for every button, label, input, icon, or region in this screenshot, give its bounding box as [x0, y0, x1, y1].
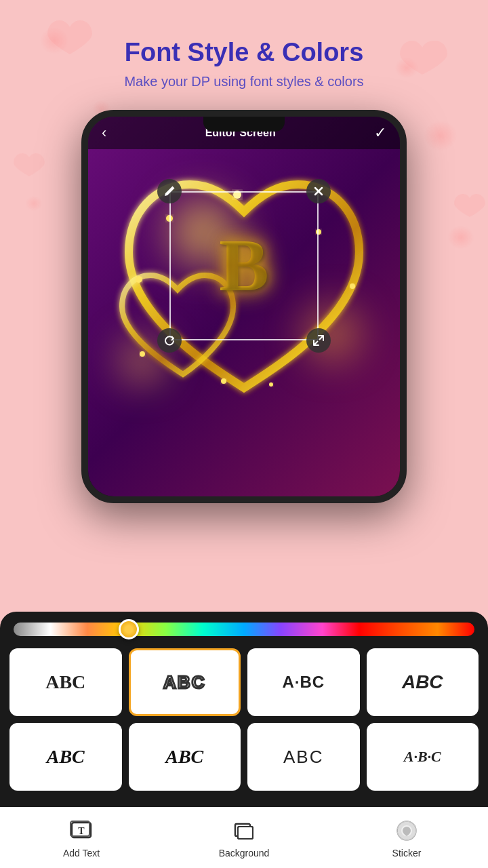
phone-screen: ‹ Editor Screen ✓: [88, 117, 400, 496]
svg-text:T: T: [78, 826, 85, 836]
font-preview-5: ABC: [165, 746, 203, 768]
handle-scale[interactable]: [306, 328, 331, 353]
color-slider-track[interactable]: [14, 623, 474, 636]
header-section: Font Style & Colors Make your DP using f…: [0, 0, 488, 103]
color-slider-section: [0, 612, 488, 644]
font-item-5[interactable]: ABC: [129, 723, 241, 791]
color-slider-thumb[interactable]: [119, 619, 139, 639]
back-button[interactable]: ‹: [102, 124, 106, 142]
svg-point-3: [350, 283, 355, 289]
font-item-3[interactable]: ABC: [367, 648, 479, 716]
add-text-icon: T: [68, 817, 95, 844]
handle-rotate[interactable]: [157, 328, 182, 353]
font-preview-6: ABC: [283, 747, 323, 768]
svg-point-5: [221, 378, 226, 384]
font-item-6[interactable]: ABC: [247, 723, 360, 791]
nav-label-background: Background: [219, 848, 270, 859]
nav-item-background[interactable]: Background: [163, 817, 325, 859]
svg-point-4: [136, 276, 142, 283]
text-element-b[interactable]: B: [169, 191, 319, 340]
handle-close[interactable]: [306, 179, 331, 203]
svg-point-7: [140, 351, 145, 357]
svg-line-11: [314, 341, 318, 344]
font-preview-7: A·B·C: [404, 748, 441, 766]
font-preview-4: ABC: [47, 746, 85, 768]
font-preview-3: ABC: [402, 671, 443, 693]
handle-edit[interactable]: [157, 179, 182, 203]
font-style-grid: ABC ABC A·BC ABC ABC ABC ABC A·B·C: [0, 644, 488, 800]
font-item-0[interactable]: ABC: [9, 648, 122, 716]
phone-notch: [203, 117, 285, 132]
font-item-4[interactable]: ABC: [9, 723, 122, 791]
nav-item-sticker[interactable]: Sticker: [325, 817, 488, 859]
bottom-panel: ABC ABC A·BC ABC ABC ABC ABC A·B·C: [0, 612, 488, 807]
text-letter: B: [219, 222, 268, 309]
font-item-7[interactable]: A·B·C: [367, 723, 479, 791]
nav-label-sticker: Sticker: [392, 848, 422, 859]
confirm-button[interactable]: ✓: [374, 124, 386, 142]
font-item-1[interactable]: ABC: [129, 648, 241, 716]
background-icon: [230, 817, 258, 844]
app-subtitle: Make your DP using font styles & colors: [0, 74, 488, 90]
bottom-navigation: T Add Text Background Sticker: [0, 807, 488, 868]
font-item-2[interactable]: A·BC: [247, 648, 360, 716]
sticker-icon: [393, 817, 420, 844]
svg-rect-16: [238, 827, 253, 839]
nav-label-add-text: Add Text: [63, 848, 100, 859]
font-preview-1: ABC: [163, 672, 205, 693]
font-preview-2: A·BC: [282, 673, 325, 692]
app-title: Font Style & Colors: [0, 37, 488, 68]
phone-mockup: ‹ Editor Screen ✓: [0, 110, 488, 503]
svg-point-6: [269, 382, 273, 387]
nav-item-add-text[interactable]: T Add Text: [0, 817, 163, 859]
font-preview-0: ABC: [45, 671, 85, 693]
phone-frame: ‹ Editor Screen ✓: [81, 110, 407, 503]
svg-line-10: [319, 336, 323, 340]
